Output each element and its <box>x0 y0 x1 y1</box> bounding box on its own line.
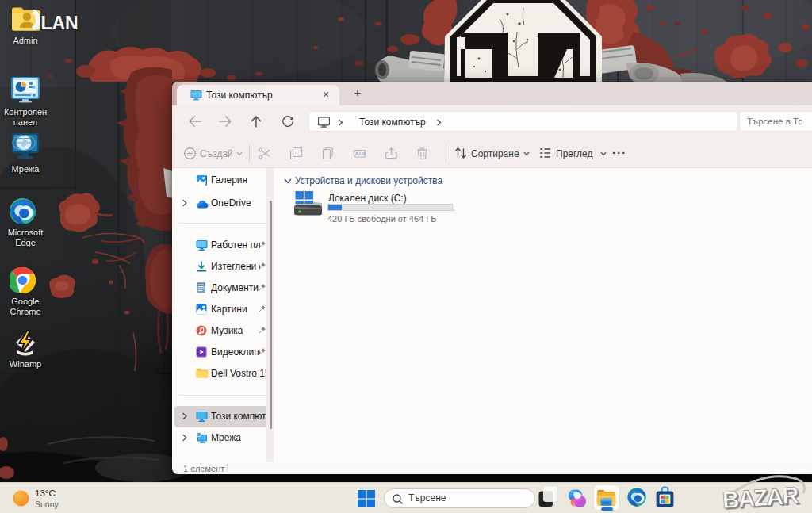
svg-text:BAZAR: BAZAR <box>722 482 800 513</box>
